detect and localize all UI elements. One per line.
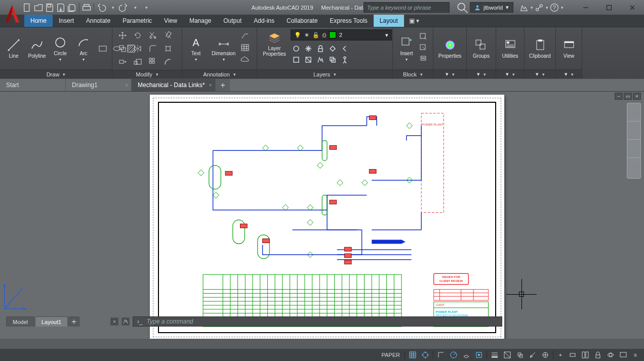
tab-parametric[interactable]: Parametric	[116, 15, 158, 27]
layer-previous-icon[interactable]	[339, 44, 350, 54]
close-icon[interactable]: ×	[125, 82, 128, 88]
move-icon[interactable]	[115, 29, 130, 42]
offset-icon[interactable]	[161, 56, 175, 68]
doc-tab-mechanical[interactable]: Mechanical - Data Links*×	[132, 79, 216, 91]
stay-connected-icon[interactable]	[534, 2, 549, 13]
redo-dropdown-icon[interactable]	[130, 3, 140, 13]
units-toggle[interactable]	[567, 350, 579, 360]
tab-layout[interactable]: Layout	[374, 15, 404, 27]
command-input[interactable]: ›_ Type a command	[133, 316, 502, 327]
tab-view[interactable]: View	[158, 15, 183, 27]
tool-utilities[interactable]: Utilities	[499, 37, 521, 60]
tab-home[interactable]: Home	[24, 15, 53, 27]
rotate-icon[interactable]	[131, 29, 145, 42]
tool-properties[interactable]: Properties	[436, 37, 463, 60]
add-layout-button[interactable]: ＋	[68, 316, 79, 327]
ortho-toggle[interactable]	[435, 350, 447, 360]
tab-output[interactable]: Output	[217, 15, 248, 27]
save-icon[interactable]	[45, 3, 55, 13]
quick-properties[interactable]	[579, 350, 591, 360]
tab-insert[interactable]: Insert	[53, 15, 80, 27]
panel-label-groups[interactable]: ▾	[467, 69, 496, 78]
rectangle-icon[interactable]	[96, 42, 109, 55]
osnap-toggle[interactable]	[473, 350, 485, 360]
cloud-icon[interactable]	[240, 55, 250, 66]
erase-icon[interactable]	[161, 29, 175, 42]
saveas-icon[interactable]	[56, 3, 66, 13]
panel-label-block[interactable]: Block	[393, 69, 433, 78]
orbit-icon[interactable]	[627, 158, 640, 176]
saveall-icon[interactable]	[67, 3, 77, 13]
workspace-switch[interactable]	[539, 350, 551, 360]
autodesk-app-store-icon[interactable]	[518, 2, 534, 13]
array-icon[interactable]	[146, 56, 160, 68]
doc-tab-drawing1[interactable]: Drawing1×	[66, 79, 132, 91]
panel-label-clipboard[interactable]: ▾	[525, 69, 555, 78]
viewport-close-icon[interactable]: ×	[633, 93, 641, 100]
annotation-monitor[interactable]: +	[555, 350, 566, 360]
tool-line[interactable]: Line	[3, 37, 24, 60]
stretch-icon[interactable]	[115, 56, 130, 68]
explode-icon[interactable]	[161, 43, 175, 55]
tab-addins[interactable]: Add-ins	[248, 15, 280, 27]
undo-dropdown-icon[interactable]	[107, 3, 117, 13]
viewport-minimize-icon[interactable]: –	[615, 93, 623, 100]
redo-icon[interactable]	[118, 3, 129, 13]
selection-cycling[interactable]	[514, 350, 526, 360]
snap-toggle[interactable]	[419, 350, 431, 360]
polar-toggle[interactable]	[448, 350, 460, 360]
undo-icon[interactable]	[96, 3, 106, 13]
grid-toggle[interactable]	[407, 350, 419, 360]
drawing-area[interactable]: – ▭ × POWER PLANT	[0, 92, 644, 339]
search-go-icon[interactable]	[455, 2, 470, 13]
layer-match-icon[interactable]	[327, 44, 338, 54]
tool-polyline[interactable]: Polyline	[26, 37, 48, 60]
edit-attributes-icon[interactable]	[419, 55, 427, 65]
viewport-restore-icon[interactable]: ▭	[624, 93, 632, 100]
panel-label-annotation[interactable]: Annotation	[182, 69, 257, 78]
panel-label-layers[interactable]: Layers	[257, 69, 392, 78]
featured-apps-icon[interactable]: ▣ ▾	[404, 15, 424, 27]
zoom-extents-icon[interactable]	[627, 140, 640, 158]
maximize-button[interactable]	[597, 0, 621, 15]
isolate-objects[interactable]	[605, 350, 617, 360]
tab-express-tools[interactable]: Express Tools	[324, 15, 373, 27]
table-icon[interactable]	[240, 43, 250, 54]
layer-off-icon[interactable]	[291, 44, 302, 54]
tab-collaborate[interactable]: Collaborate	[280, 15, 324, 27]
lock-ui[interactable]	[592, 350, 604, 360]
layer-lock-icon[interactable]	[315, 44, 326, 54]
leader-icon[interactable]	[240, 31, 250, 42]
tool-circle[interactable]: Circle▾	[50, 34, 71, 63]
tab-manage[interactable]: Manage	[183, 15, 217, 27]
user-account[interactable]: jtbworld ▾	[470, 2, 513, 13]
annotation-scale[interactable]	[527, 350, 539, 360]
space-indicator[interactable]: PAPER	[379, 352, 403, 358]
minimize-button[interactable]	[574, 0, 597, 15]
layer-iso-icon[interactable]	[291, 55, 302, 65]
tool-layer-properties[interactable]: Layer Properties	[260, 29, 289, 58]
tool-insert[interactable]: Insert▾	[396, 34, 417, 63]
layer-uniso-icon[interactable]	[303, 55, 314, 65]
create-block-icon[interactable]	[419, 32, 427, 43]
close-icon[interactable]: ×	[209, 82, 212, 88]
panel-label-draw[interactable]: Draw	[0, 69, 112, 78]
layout-tab-model[interactable]: Model	[6, 316, 34, 327]
help-icon[interactable]: ?	[549, 2, 564, 13]
new-icon[interactable]	[22, 3, 32, 13]
layer-copy-icon[interactable]	[327, 55, 338, 65]
qat-customize-icon[interactable]	[141, 3, 151, 13]
new-drawing-button[interactable]: ＋	[216, 79, 230, 91]
tab-annotate[interactable]: Annotate	[80, 15, 116, 27]
command-customize-icon[interactable]	[122, 317, 130, 326]
app-logo-slot[interactable]	[0, 0, 20, 15]
tool-arc[interactable]: Arc▾	[73, 34, 94, 63]
trim-icon[interactable]	[146, 29, 160, 42]
scale-icon[interactable]	[131, 56, 145, 68]
panel-label-modify[interactable]: Modify	[112, 70, 182, 78]
panel-label-utilities[interactable]: ▾	[496, 69, 524, 78]
panel-label-view[interactable]: ▾	[556, 69, 582, 78]
layer-dropdown[interactable]: 💡 ☀ 🔓 ⎙ 2 ▾	[291, 29, 392, 41]
fillet-icon[interactable]	[146, 43, 160, 55]
plot-icon[interactable]	[82, 3, 92, 13]
